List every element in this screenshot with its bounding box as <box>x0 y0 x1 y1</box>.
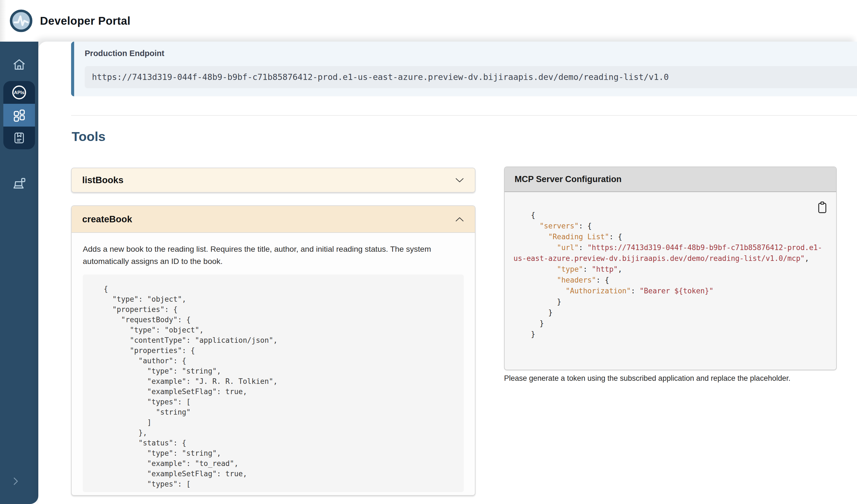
accordion-createbook: createBook Adds a new book to the readin… <box>71 205 475 496</box>
createbook-description: Adds a new book to the reading list. Req… <box>83 243 456 267</box>
home-icon <box>12 58 26 72</box>
sidebar-item-applications[interactable] <box>0 173 38 195</box>
developer-portal-page: Developer Portal APIs <box>0 0 857 504</box>
chevron-down-icon <box>455 177 464 183</box>
createbook-schema-code: { "type": "object", "properties": { "req… <box>83 275 464 492</box>
sidebar-nav-group: APIs <box>3 81 35 149</box>
mcp-token-note: Please generate a token using the subscr… <box>504 374 857 383</box>
mcp-config-code: { "servers": { "Reading List": { "url": … <box>505 192 836 340</box>
accordion-listbooks-label: listBooks <box>82 175 123 186</box>
activity-pulse-logo-icon <box>10 9 33 33</box>
copy-config-button[interactable] <box>816 201 829 215</box>
accordion-listbooks[interactable]: listBooks <box>71 168 475 193</box>
sidebar-collapse-button[interactable] <box>8 473 23 489</box>
mcp-server-configuration-panel: MCP Server Configuration { "servers": { … <box>504 167 837 370</box>
laptop-icon <box>12 177 27 191</box>
sidebar-item-apis[interactable]: APIs <box>3 81 35 104</box>
sidebar-item-home[interactable] <box>0 53 38 76</box>
sidebar-item-catalog[interactable] <box>3 126 35 149</box>
clipboard-copy-icon <box>816 201 828 214</box>
top-header: Developer Portal <box>0 0 857 41</box>
accordion-createbook-label: createBook <box>82 214 132 225</box>
section-divider <box>71 115 857 116</box>
endpoint-url-value: https://7413d319-044f-48b9-b9bf-c71b8587… <box>85 66 857 88</box>
chevron-right-icon <box>10 476 21 487</box>
endpoint-accent-bar <box>71 41 74 96</box>
apis-circle-icon: APIs <box>11 84 27 101</box>
page-title: Developer Portal <box>40 15 131 27</box>
mcp-panel-body: { "servers": { "Reading List": { "url": … <box>505 192 836 370</box>
sidebar-item-dashboard[interactable] <box>3 104 35 126</box>
endpoint-label: Production Endpoint <box>85 49 164 58</box>
chevron-up-icon <box>455 216 464 222</box>
journal-bookmark-icon <box>13 131 26 144</box>
tools-heading: Tools <box>72 129 105 144</box>
apis-icon-label: APIs <box>14 90 24 95</box>
production-endpoint-card: Production Endpoint https://7413d319-044… <box>71 41 857 96</box>
app-logo <box>10 9 33 33</box>
main-content: Production Endpoint https://7413d319-044… <box>38 41 857 504</box>
accordion-createbook-header[interactable]: createBook <box>72 206 475 233</box>
grid-dashboard-icon <box>12 108 26 122</box>
mcp-panel-title: MCP Server Configuration <box>515 174 622 184</box>
mcp-panel-header: MCP Server Configuration <box>505 167 836 192</box>
sidebar: APIs <box>0 41 38 504</box>
